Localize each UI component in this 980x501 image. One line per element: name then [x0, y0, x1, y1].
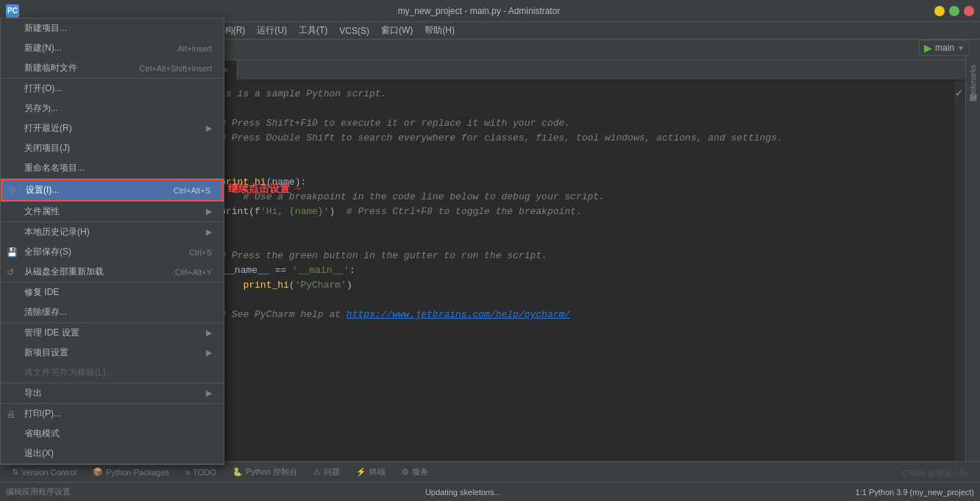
tab-bar: 🐍 main.py × [162, 60, 965, 81]
exit-label: 退出(X) [24, 447, 54, 460]
run-dropdown-arrow[interactable]: ▼ [957, 44, 965, 52]
status-left: 编辑应用程序设置 [6, 486, 71, 497]
menu-group-settings: ⚙ 设置(I)... Ctrl+Alt+S 文件属性 ▶ [1, 179, 224, 222]
structure-label[interactable]: 结构 [968, 104, 979, 110]
save-all-icon: 💾 [7, 247, 18, 257]
version-control-label: Version Control [21, 468, 77, 477]
menu-save-as[interactable]: 另存为... [1, 99, 224, 118]
problems-icon: ⚠ [313, 467, 321, 477]
terminal-icon: ⚡ [356, 467, 366, 477]
local-history-label: 本地历史记录(H) [24, 226, 90, 238]
reload-icon: ↺ [7, 267, 14, 277]
menu-file-props[interactable]: 文件属性 ▶ [1, 202, 224, 221]
power-save-label: 省电模式 [24, 427, 60, 440]
run-label: main [935, 43, 954, 53]
right-sidebar: Bookmarks 结构 [965, 40, 980, 461]
menu-group-new: 新建项目... 新建(N)... Alt+Insert 新建临时文件 Ctrl+… [1, 18, 224, 79]
menu-item-vcs[interactable]: VCS(S) [333, 24, 375, 38]
file-menu-panel: 新建项目... 新建(N)... Alt+Insert 新建临时文件 Ctrl+… [0, 18, 224, 465]
new-shortcut: Alt+Insert [177, 44, 212, 53]
services-label: 服务 [412, 466, 428, 477]
menu-new-project-settings[interactable]: 新项目设置 ▶ [1, 343, 224, 363]
menu-power-save[interactable]: 省电模式 [1, 424, 224, 444]
bottom-tab-problems[interactable]: ⚠ 问题 [306, 465, 347, 479]
status-right: 1:1 Python 3.9 (my_new_project) [856, 488, 974, 497]
bottom-tab-todo[interactable]: ≡ TODO [178, 466, 224, 478]
run-config[interactable]: ▶ main ▼ [919, 40, 970, 56]
minimize-button[interactable] [934, 6, 945, 16]
menu-rename-project[interactable]: 重命名名项目... [1, 158, 224, 178]
window-controls [934, 6, 974, 16]
menu-item-help[interactable]: 帮助(H) [419, 23, 461, 38]
window-title: my_new_project - main.py - Administrator [24, 6, 934, 16]
code-content[interactable]: # This is a sample Python script. # Pres… [188, 81, 955, 461]
settings-icon: ⚙ [8, 185, 16, 196]
menu-export[interactable]: 导出 ▶ [1, 383, 224, 403]
local-history-arrow: ▶ [206, 227, 212, 237]
menu-new-project[interactable]: 新建项目... [1, 18, 224, 38]
menu-open[interactable]: 打开(O)... [1, 79, 224, 99]
new-proj-settings-label: 新项目设置 [24, 347, 68, 359]
menu-group-open: 打开(O)... 另存为... 打开最近(R) ▶ 关闭项目(J) 重命名名项目… [1, 79, 224, 179]
new-project-label: 新建项目... [24, 22, 67, 35]
menu-new-temp[interactable]: 新建临时文件 Ctrl+Alt+Shift+Insert [1, 58, 224, 78]
manage-ide-arrow: ▶ [206, 328, 212, 338]
menu-clear-cache[interactable]: 清除缓存... [1, 302, 224, 322]
menu-settings[interactable]: ⚙ 设置(I)... Ctrl+Alt+S [1, 179, 224, 202]
manage-ide-label: 管理 IDE 设置 [24, 327, 79, 339]
save-all-label: 全部保存(S) [24, 246, 71, 258]
repair-label: 修复 IDE [24, 286, 59, 299]
bookmarks-label[interactable]: Bookmarks [969, 62, 977, 104]
save-as-template-label: 将文件另存为模板(L)... [24, 366, 113, 379]
status-bar: 编辑应用程序设置 Updating skeletons... 1:1 Pytho… [0, 482, 980, 501]
menu-exit[interactable]: 退出(X) [1, 444, 224, 463]
menu-item-window[interactable]: 窗口(W) [375, 23, 419, 38]
export-arrow: ▶ [206, 388, 212, 398]
menu-close-project[interactable]: 关闭项目(J) [1, 138, 224, 158]
bottom-tab-services[interactable]: ⚙ 服务 [394, 465, 436, 479]
bottom-tab-python-packages[interactable]: 📦 Python Packages [85, 466, 177, 478]
menu-group-export: 导出 ▶ [1, 383, 224, 404]
todo-label: TODO [193, 468, 216, 477]
file-props-label: 文件属性 [24, 205, 60, 218]
menu-repair-ide[interactable]: 修复 IDE [1, 283, 224, 302]
menu-reload-from-disk[interactable]: ↺ 从磁盘全部重新加载 Ctrl+Alt+Y [1, 262, 224, 282]
settings-shortcut: Ctrl+Alt+S [174, 186, 210, 195]
rename-project-label: 重命名名项目... [24, 162, 85, 174]
todo-icon: ≡ [185, 468, 190, 477]
python-console-icon: 🐍 [232, 467, 243, 477]
new-label: 新建(N)... [24, 42, 62, 54]
python-console-label: Python 控制台 [246, 466, 297, 477]
menu-save-all[interactable]: 💾 全部保存(S) Ctrl+S [1, 242, 224, 262]
menu-new[interactable]: 新建(N)... Alt+Insert [1, 38, 224, 58]
check-icon: ✓ [955, 87, 964, 99]
menu-local-history[interactable]: 本地历史记录(H) ▶ [1, 222, 224, 242]
open-recent-label: 打开最近(R) [24, 122, 72, 135]
bottom-tab-version-control[interactable]: ⇅ Version Control [4, 466, 84, 478]
close-button[interactable] [964, 6, 974, 16]
menu-open-recent[interactable]: 打开最近(R) ▶ [1, 118, 224, 138]
menu-print[interactable]: 🖨 打印(P)... [1, 404, 224, 424]
run-icon: ▶ [924, 42, 932, 54]
menu-item-run[interactable]: 运行(U) [251, 23, 293, 38]
app-icon: PC [6, 4, 19, 18]
file-menu-dropdown: 新建项目... 新建(N)... Alt+Insert 新建临时文件 Ctrl+… [0, 18, 224, 465]
menu-save-as-template[interactable]: 将文件另存为模板(L)... [1, 363, 224, 383]
menu-manage-ide[interactable]: 管理 IDE 设置 ▶ [1, 323, 224, 343]
menu-group-manage: 管理 IDE 设置 ▶ 新项目设置 ▶ 将文件另存为模板(L)... [1, 323, 224, 383]
right-gutter: ✓ [955, 81, 965, 461]
python-packages-label: Python Packages [106, 468, 169, 477]
menu-group-repair: 修复 IDE 清除缓存... [1, 283, 224, 323]
maximize-button[interactable] [949, 6, 959, 16]
terminal-label: 终端 [369, 466, 386, 477]
python-packages-icon: 📦 [93, 467, 103, 477]
watermark: CSDN @清远小阮 [903, 468, 968, 479]
status-edit-app-settings: 编辑应用程序设置 [6, 486, 71, 497]
print-icon: 🖨 [7, 409, 15, 419]
bottom-tab-python-console[interactable]: 🐍 Python 控制台 [225, 465, 305, 479]
menu-item-tools[interactable]: 工具(T) [293, 23, 333, 38]
menu-group-exit: 🖨 打印(P)... 省电模式 退出(X) [1, 404, 224, 464]
code-editor: 1 2 3 4 5 6 7 8 9 10 11 12 13 14 15 16 1… [162, 81, 965, 461]
editor-toolbar: ⚙ − [162, 40, 965, 60]
bottom-tab-terminal[interactable]: ⚡ 终端 [349, 465, 393, 479]
